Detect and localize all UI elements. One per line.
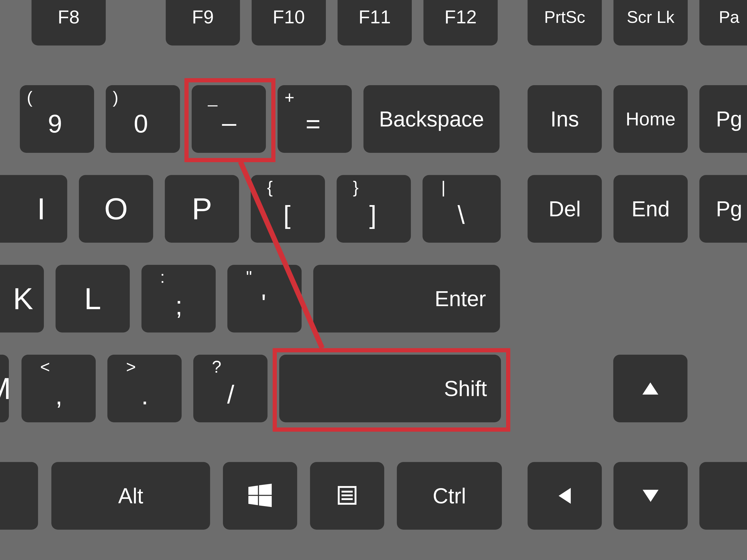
key-semicolon[interactable]: : ; <box>141 265 216 332</box>
key-f11[interactable]: F11 <box>338 0 412 46</box>
key-label: Alt <box>118 484 143 508</box>
key-equals[interactable]: + = <box>278 85 352 153</box>
key-upper: } <box>353 179 359 195</box>
key-lower: ' <box>261 291 266 316</box>
key-9[interactable]: ( 9 <box>20 85 94 153</box>
key-label: Del <box>548 197 581 221</box>
key-f9[interactable]: F9 <box>166 0 240 46</box>
key-0[interactable]: ) 0 <box>106 85 180 153</box>
key-f8[interactable]: F8 <box>31 0 106 46</box>
key-label: Pa <box>719 7 739 27</box>
key-label: PrtSc <box>544 7 585 27</box>
key-o[interactable]: O <box>79 175 153 243</box>
key-label: F9 <box>192 6 213 28</box>
key-pgup-partial[interactable]: Pg <box>699 85 747 153</box>
key-label: F8 <box>58 6 79 28</box>
key-label: End <box>632 197 670 221</box>
highlight-shift-key <box>273 348 510 432</box>
key-prtsc[interactable]: PrtSc <box>527 0 602 46</box>
key-scrlk[interactable]: Scr Lk <box>614 0 688 46</box>
key-arrow-right-partial[interactable] <box>699 462 747 530</box>
key-upper: | <box>441 179 446 195</box>
key-home[interactable]: Home <box>614 85 688 153</box>
key-arrow-up[interactable] <box>613 355 688 422</box>
key-upper: : <box>160 269 165 285</box>
key-letter: I <box>37 194 46 224</box>
key-pgdn-partial[interactable]: Pg <box>699 175 747 243</box>
key-quote[interactable]: " ' <box>227 265 302 332</box>
key-p[interactable]: P <box>165 175 239 243</box>
key-bracket-open[interactable]: { [ <box>251 175 325 243</box>
key-letter: M <box>0 373 11 404</box>
key-m-partial[interactable]: M <box>0 355 9 422</box>
arrow-left-icon <box>559 488 571 504</box>
key-label: F10 <box>273 6 305 28</box>
key-label: F12 <box>444 6 477 28</box>
key-i[interactable]: I <box>0 175 67 243</box>
key-fn-partial[interactable] <box>0 462 38 530</box>
key-upper: > <box>126 358 136 375</box>
keyboard: F8 F9 F10 F11 F12 PrtSc Scr Lk Pa ( 9 ) <box>0 0 747 560</box>
key-win[interactable] <box>223 462 297 530</box>
function-row: F8 F9 F10 F11 F12 PrtSc Scr Lk Pa <box>0 0 747 46</box>
key-upper: ( <box>27 89 32 106</box>
key-upper: " <box>246 269 252 285</box>
key-comma[interactable]: < , <box>22 355 96 422</box>
key-arrow-down[interactable] <box>614 462 688 530</box>
key-arrow-left[interactable] <box>527 462 602 530</box>
key-backspace[interactable]: Backspace <box>363 85 499 153</box>
arrow-down-icon <box>643 490 659 502</box>
key-f12[interactable]: F12 <box>423 0 498 46</box>
key-lower: ; <box>175 293 183 319</box>
number-row: ( 9 ) 0 _ – + = Backspace Ins Home Pg <box>0 46 747 113</box>
key-letter: P <box>192 194 212 224</box>
key-backslash[interactable]: | \ <box>422 175 501 243</box>
key-end[interactable]: End <box>614 175 688 243</box>
key-letter: K <box>13 284 33 314</box>
key-period[interactable]: > . <box>107 355 182 422</box>
key-label: Enter <box>435 287 486 311</box>
key-upper: + <box>285 89 294 106</box>
key-rctrl[interactable]: Ctrl <box>397 462 502 530</box>
key-lower: , <box>55 383 62 408</box>
key-label: Pg <box>716 197 742 221</box>
key-lower: = <box>306 111 320 136</box>
key-label: Backspace <box>379 107 484 131</box>
key-label: Home <box>626 108 675 130</box>
key-lower: 0 <box>134 111 148 136</box>
key-slash[interactable]: ? / <box>193 355 267 422</box>
key-lower: \ <box>458 202 465 228</box>
key-lower: . <box>141 383 149 408</box>
key-enter[interactable]: Enter <box>313 265 500 332</box>
windows-icon <box>248 484 272 508</box>
key-lower: [ <box>283 202 291 228</box>
key-upper: < <box>40 358 50 375</box>
key-menu[interactable] <box>310 462 384 530</box>
key-label: Scr Lk <box>627 7 674 27</box>
key-ins[interactable]: Ins <box>527 85 602 153</box>
highlight-minus-key <box>184 78 276 162</box>
menu-icon <box>336 484 358 507</box>
key-upper: ) <box>113 89 118 106</box>
key-lower: 9 <box>48 111 62 136</box>
key-label: Ins <box>550 107 579 131</box>
key-upper: ? <box>212 358 221 375</box>
key-letter: L <box>84 284 101 314</box>
key-bracket-close[interactable]: } ] <box>337 175 411 243</box>
key-label: Ctrl <box>433 484 466 508</box>
key-k[interactable]: K <box>0 265 44 332</box>
key-pause-partial[interactable]: Pa <box>699 0 747 46</box>
key-letter: O <box>104 194 128 224</box>
key-f10[interactable]: F10 <box>252 0 326 46</box>
key-label: F11 <box>359 6 391 28</box>
key-ralt[interactable]: Alt <box>51 462 210 530</box>
key-upper: { <box>267 179 273 195</box>
key-lower: / <box>227 381 234 407</box>
arrow-up-icon <box>642 382 658 395</box>
key-l[interactable]: L <box>56 265 130 332</box>
key-lower: ] <box>369 202 377 228</box>
key-del[interactable]: Del <box>527 175 602 243</box>
key-label: Pg <box>716 107 742 131</box>
